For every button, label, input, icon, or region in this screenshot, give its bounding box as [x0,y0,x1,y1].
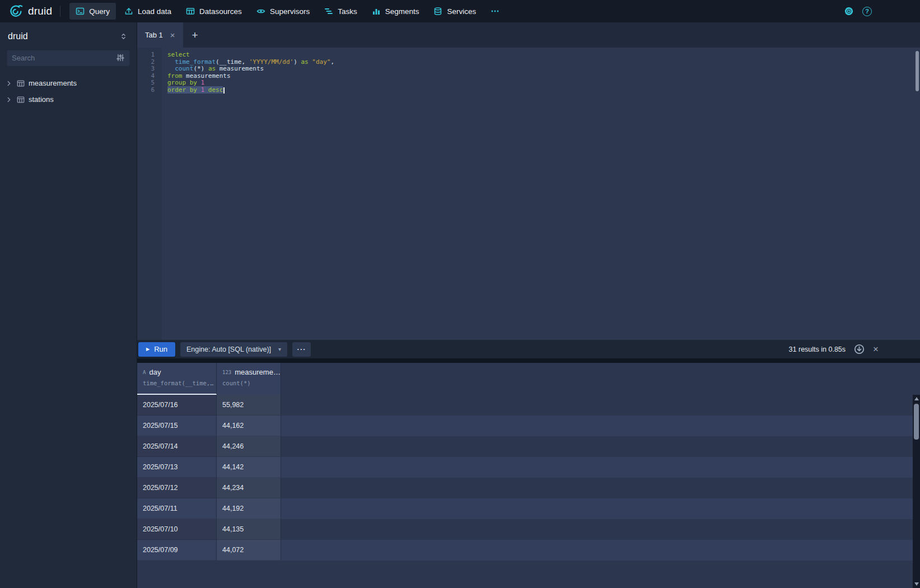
code-token: 1 [201,79,205,86]
schema-selector[interactable]: druid [8,31,28,41]
nav-item-label: Segments [385,7,419,16]
table-cell[interactable]: 2025/07/14 [137,436,217,457]
run-more-options-button[interactable]: ··· [292,342,311,357]
table-row: 2025/07/1144,192 [137,498,920,519]
sql-code-area[interactable]: select time_format(__time, 'YYYY/MM/dd')… [162,48,920,340]
code-token: as [208,65,216,72]
table-cell[interactable]: 2025/07/13 [137,457,217,478]
code-token: count [175,65,193,72]
line-number: 1 [137,52,162,59]
filter-sliders-icon[interactable] [116,53,125,62]
table-cell[interactable]: 2025/07/11 [137,498,217,519]
table-cell[interactable]: 44,162 [217,416,281,436]
table-cell[interactable]: 2025/07/10 [137,519,217,540]
nav-item-datasources[interactable]: Datasources [180,3,248,20]
nav-item-load-data[interactable]: Load data [118,3,178,20]
column-type-icon: A [143,370,146,375]
close-results-icon[interactable]: × [873,344,879,354]
nav-item-query[interactable]: Query [69,3,116,20]
column-expression: count(*) [222,380,275,386]
druid-brand: druid [8,4,52,19]
code-token: as [301,58,308,66]
table-cell[interactable]: 2025/07/15 [137,416,217,436]
settings-gear-icon[interactable] [844,6,854,16]
text-cursor [223,87,225,94]
code-token [167,65,175,72]
database-icon [433,7,442,16]
more-icon [491,7,499,16]
brand-wordmark: druid [28,5,52,17]
table-cell[interactable]: 44,192 [217,498,281,519]
nav-item-label: Tasks [338,7,357,16]
column-header-name-row: 123measureme… [222,368,275,376]
sidebar-item-stations[interactable]: stations [0,91,137,108]
main-nav: QueryLoad dataDatasourcesSupervisorsTask… [69,3,506,20]
schema-sidebar: druid measurementsstations [0,22,137,588]
play-icon: ▶ [146,347,150,352]
datasource-tree: measurementsstations [0,75,137,108]
table-cell[interactable]: 2025/07/12 [137,478,217,498]
column-header-day[interactable]: Adaytime_format(__time,… [137,363,217,395]
engine-select-button[interactable]: Engine: Auto [SQL (native)] ▾ [180,342,287,357]
code-token [197,86,201,94]
table-cell[interactable]: 44,234 [217,478,281,498]
line-number-gutter: 123456 [137,48,162,340]
table-cell[interactable]: 44,135 [217,519,281,540]
table-row: 2025/07/1655,982 [137,395,920,416]
table-row: 2025/07/1444,246 [137,436,920,457]
column-name: day [149,368,161,376]
run-label: Run [154,345,167,353]
table-icon [17,80,25,87]
code-line: time_format(__time, 'YYYY/MM/dd') as "da… [167,59,920,66]
column-name: measureme… [235,368,281,376]
nav-item-tasks[interactable]: Tasks [318,3,363,20]
table-cell[interactable]: 55,982 [217,395,281,416]
nav-item-more[interactable] [484,3,506,20]
chevron-right-icon [5,80,13,87]
results-scrollbar [913,395,920,588]
code-line: group by 1 [167,80,920,87]
help-icon[interactable]: ? [862,7,872,16]
table-cell[interactable]: 2025/07/16 [137,395,217,416]
selected-text: order by 1 desc [167,86,223,94]
nav-item-segments[interactable]: Segments [366,3,426,20]
code-token: select [167,51,190,58]
add-tab-button[interactable]: + [183,22,207,48]
runbar-right: 31 results in 0.85s × [789,344,920,354]
code-token: measurements [183,72,231,80]
nav-item-services[interactable]: Services [427,3,482,20]
download-results-icon[interactable] [854,344,865,354]
tab-label: Tab 1 [145,31,163,39]
table-cell[interactable]: 44,072 [217,540,281,561]
table-cell[interactable]: 44,246 [217,436,281,457]
tab-close-icon[interactable]: × [170,31,175,39]
datasources-icon [186,7,195,16]
results-divider [137,358,920,363]
sidebar-header: druid [0,22,137,48]
results-header-row: Adaytime_format(__time,…123measureme…cou… [137,363,920,395]
search-input[interactable] [12,54,116,62]
editor-scrollbar-thumb[interactable] [916,51,919,91]
results-rows: 2025/07/1655,9822025/07/1544,1622025/07/… [137,395,920,588]
line-number: 6 [137,87,162,94]
app-body: druid measurementsstations Tab 1 × + 123… [0,22,920,588]
run-button[interactable]: ▶ Run [138,342,175,357]
code-token: 'YYYY/MM/dd' [249,58,293,66]
double-caret-icon[interactable] [120,32,128,40]
sidebar-item-measurements[interactable]: measurements [0,75,137,91]
column-type-icon: 123 [222,370,231,375]
sql-editor: 123456 select time_format(__time, 'YYYY/… [137,48,920,340]
top-navigation-bar: druid QueryLoad dataDatasourcesSuperviso… [0,0,920,22]
scroll-down-icon[interactable] [914,580,919,588]
column-header-name-row: Aday [143,368,211,376]
tab-query-1[interactable]: Tab 1 × [137,22,183,48]
results-scrollbar-thumb[interactable] [914,404,919,440]
code-token: "day" [312,58,330,66]
code-token: ) [293,58,301,66]
scroll-up-icon[interactable] [914,395,919,403]
column-header-measurements[interactable]: 123measureme…count(*) [217,363,281,395]
nav-item-supervisors[interactable]: Supervisors [250,3,316,20]
table-cell[interactable]: 2025/07/09 [137,540,217,561]
table-icon [17,96,25,104]
table-cell[interactable]: 44,142 [217,457,281,478]
